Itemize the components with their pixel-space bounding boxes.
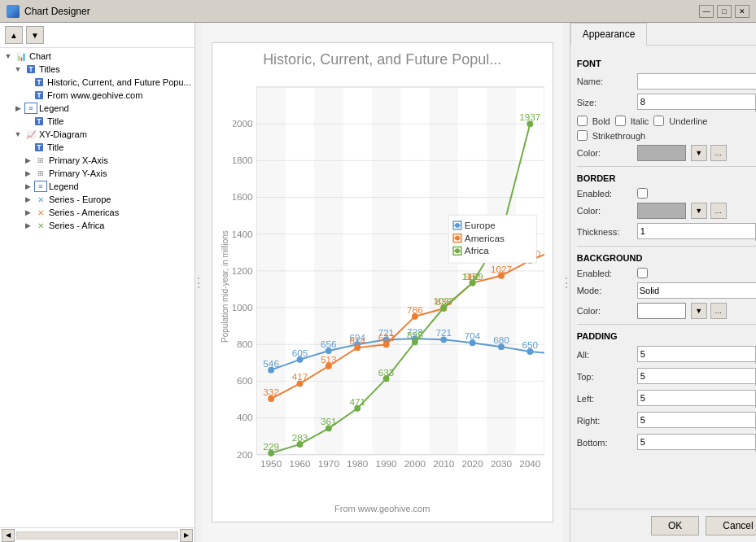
expand-py-axis[interactable]: ▶ <box>23 168 33 178</box>
chart-resize-left[interactable]: ⋮ <box>195 23 202 542</box>
svg-point-113 <box>455 248 460 253</box>
font-color-label: Color: <box>577 148 634 158</box>
svg-text:1189: 1189 <box>461 271 483 282</box>
svg-text:632: 632 <box>378 332 394 343</box>
expand-legend2[interactable]: ▶ <box>23 181 33 191</box>
font-color-dropdown[interactable]: ▼ <box>691 145 707 161</box>
border-color-dropdown[interactable]: ▼ <box>691 203 707 219</box>
tree-item-title2[interactable]: T From www.geohive.com <box>0 89 194 102</box>
svg-text:1980: 1980 <box>347 458 369 469</box>
padding-right-row: Right: ▲ ▼ <box>577 412 756 430</box>
tree-item-xy-title[interactable]: T Title <box>0 141 194 154</box>
border-color-box[interactable] <box>637 203 686 219</box>
font-name-select-wrapper <box>637 73 756 90</box>
tree-item-xy[interactable]: ▼ 📈 XY-Diagram <box>0 128 194 141</box>
expand-series-a[interactable]: ▶ <box>23 208 33 217</box>
bg-enabled-row: Enabled: <box>577 268 756 278</box>
chart-resize-right[interactable]: ⋮ <box>563 23 570 542</box>
ok-button[interactable]: OK <box>651 516 699 535</box>
svg-text:2000: 2000 <box>404 458 426 469</box>
padding-top-input[interactable] <box>637 368 755 384</box>
tree-label-legend2: Legend <box>49 181 79 191</box>
tab-appearance[interactable]: Appearance <box>570 23 648 46</box>
font-size-input[interactable] <box>637 94 755 110</box>
italic-checkbox[interactable] <box>615 116 626 126</box>
bold-checkbox[interactable] <box>577 116 588 126</box>
tree-item-title1[interactable]: T Historic, Current, and Future Popu... <box>0 76 194 89</box>
font-name-select[interactable] <box>637 73 756 90</box>
series-europe-icon: ✕ <box>34 194 47 205</box>
bg-mode-select[interactable]: Solid <box>637 282 756 299</box>
move-up-button[interactable]: ▲ <box>5 26 23 44</box>
expand-series-af[interactable]: ▶ <box>23 221 33 230</box>
bg-enabled-checkbox[interactable] <box>637 268 648 278</box>
padding-top-row: Top: ▲ ▼ <box>577 368 756 386</box>
tree-item-legend2[interactable]: ▶ ≡ Legend <box>0 180 194 193</box>
tree-item-legend[interactable]: ▶ ≡ Legend <box>0 102 194 115</box>
tab-bar: Appearance <box>570 23 756 46</box>
padding-bottom-spinner: ▲ ▼ <box>637 434 756 452</box>
maximize-button[interactable]: □ <box>717 5 732 18</box>
close-button[interactable]: ✕ <box>735 5 749 18</box>
tree-label-titles: Titles <box>39 64 60 74</box>
expand-series-e[interactable]: ▶ <box>23 195 33 204</box>
bg-color-picker[interactable]: … <box>710 303 727 319</box>
tree-label-series-africa: Series - Africa <box>49 221 104 230</box>
border-color-picker[interactable]: … <box>710 203 727 219</box>
tree-item-series-europe[interactable]: ▶ ✕ Series - Europe <box>0 193 194 206</box>
expand-px-axis[interactable]: ▶ <box>23 155 33 165</box>
svg-text:721: 721 <box>435 327 452 338</box>
svg-text:Europe: Europe <box>464 220 495 230</box>
font-color-box[interactable] <box>637 145 686 161</box>
svg-text:361: 361 <box>321 416 337 426</box>
scroll-left-btn[interactable]: ◀ <box>2 529 15 542</box>
strikethrough-checkbox[interactable] <box>577 130 588 141</box>
padding-left-input[interactable] <box>637 390 755 406</box>
svg-text:1970: 1970 <box>317 458 339 469</box>
tree-label-py-axis: Primary Y-Axis <box>49 168 107 178</box>
tree-item-series-africa[interactable]: ▶ ✕ Series - Africa <box>0 219 194 232</box>
underline-checkbox[interactable] <box>653 116 664 126</box>
border-thickness-input[interactable] <box>637 223 755 239</box>
svg-text:614: 614 <box>349 335 365 346</box>
chart-plot: 200 400 600 800 1000 1200 1400 1600 1800… <box>233 73 544 500</box>
expand-chart[interactable]: ▼ <box>3 51 13 61</box>
bg-color-dropdown[interactable]: ▼ <box>691 303 707 319</box>
cancel-button[interactable]: Cancel <box>706 516 756 535</box>
expand-titles[interactable]: ▼ <box>13 64 23 74</box>
border-enabled-row: Enabled: <box>577 188 756 199</box>
font-size-spinner: ▲ ▼ <box>637 94 756 111</box>
svg-text:656: 656 <box>321 339 337 349</box>
svg-text:332: 332 <box>263 387 279 397</box>
padding-all-label: All: <box>577 350 634 360</box>
tree-item-chart[interactable]: ▼ 📊 Chart <box>0 50 194 63</box>
padding-right-input[interactable] <box>637 412 755 428</box>
tree-label-chart: Chart <box>29 51 51 61</box>
move-down-button[interactable]: ▼ <box>26 26 44 44</box>
title-bar: Chart Designer — □ ✕ <box>0 0 756 23</box>
tree-item-py-axis[interactable]: ▶ ⊞ Primary Y-Axis <box>0 167 194 180</box>
svg-text:546: 546 <box>263 358 279 369</box>
tree-item-legend-title[interactable]: T Title <box>0 115 194 128</box>
chart-svg: 200 400 600 800 1000 1200 1400 1600 1800… <box>233 73 544 500</box>
tree-label-xy-title: Title <box>47 142 63 152</box>
scroll-right-btn[interactable]: ▶ <box>180 529 193 542</box>
padding-bottom-input[interactable] <box>637 434 755 450</box>
padding-all-input[interactable] <box>637 346 755 362</box>
tree-item-series-americas[interactable]: ▶ ✕ Series - Americas <box>0 206 194 219</box>
minimize-button[interactable]: — <box>699 5 714 18</box>
svg-text:633: 633 <box>378 367 394 378</box>
bg-color-box[interactable] <box>637 303 686 319</box>
legend-icon: ≡ <box>24 103 37 114</box>
tree-item-px-axis[interactable]: ▶ ⊞ Primary X-Axis <box>0 154 194 167</box>
font-color-picker[interactable]: … <box>710 145 727 161</box>
tree-item-titles[interactable]: ▼ T Titles <box>0 63 194 76</box>
expand-legend[interactable]: ▶ <box>13 103 23 113</box>
titles-icon: T <box>24 63 37 75</box>
bg-mode-row: Mode: Solid <box>577 282 756 299</box>
font-section-label: FONT <box>577 59 756 68</box>
expand-xy[interactable]: ▼ <box>13 129 23 139</box>
svg-point-105 <box>455 223 460 228</box>
scroll-track[interactable] <box>16 531 178 540</box>
border-enabled-checkbox[interactable] <box>637 188 648 199</box>
